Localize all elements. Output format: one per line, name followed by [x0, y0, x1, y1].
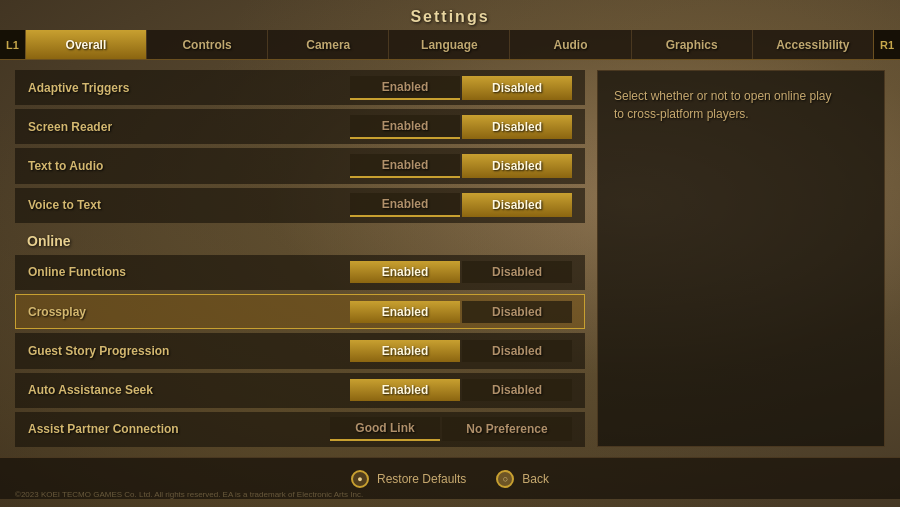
text-to-audio-disabled-btn[interactable]: Disabled: [462, 154, 572, 178]
crossplay-toggle: Enabled Disabled: [350, 301, 572, 323]
crossplay-label: Crossplay: [28, 305, 350, 319]
text-to-audio-label: Text to Audio: [28, 159, 350, 173]
assist-partner-connection-row: Assist Partner Connection Good Link No P…: [15, 412, 585, 447]
adaptive-triggers-enabled-btn[interactable]: Enabled: [350, 76, 460, 100]
left-panel: Adaptive Triggers Enabled Disabled Scree…: [15, 70, 585, 447]
voice-to-text-row: Voice to Text Enabled Disabled: [15, 188, 585, 223]
copyright-text: ©2023 KOEI TECMO GAMES Co. Ltd. All righ…: [15, 490, 363, 499]
crossplay-enabled-btn[interactable]: Enabled: [350, 301, 460, 323]
tab-language[interactable]: Language: [389, 30, 510, 59]
guest-story-progression-row: Guest Story Progression Enabled Disabled: [15, 333, 585, 368]
text-to-audio-enabled-btn[interactable]: Enabled: [350, 154, 460, 178]
adaptive-triggers-toggle: Enabled Disabled: [350, 76, 572, 100]
screen-reader-label: Screen Reader: [28, 120, 350, 134]
auto-assistance-seek-enabled-btn[interactable]: Enabled: [350, 379, 460, 401]
assist-partner-connection-label: Assist Partner Connection: [28, 422, 330, 436]
crossplay-row: Crossplay Enabled Disabled: [15, 294, 585, 329]
tab-controls[interactable]: Controls: [147, 30, 268, 59]
restore-defaults-icon: ●: [351, 470, 369, 488]
voice-to-text-enabled-btn[interactable]: Enabled: [350, 193, 460, 217]
back-action[interactable]: ○ Back: [496, 470, 549, 488]
screen-reader-row: Screen Reader Enabled Disabled: [15, 109, 585, 144]
online-functions-label: Online Functions: [28, 265, 350, 279]
assist-partner-connection-toggle: Good Link No Preference: [330, 417, 572, 441]
tab-bar: L1 Overall Controls Camera Language Audi…: [0, 30, 900, 60]
text-to-audio-toggle: Enabled Disabled: [350, 154, 572, 178]
content-wrapper: Settings L1 Overall Controls Camera Lang…: [0, 0, 900, 507]
assist-partner-connection-good-link-btn[interactable]: Good Link: [330, 417, 440, 441]
tab-graphics[interactable]: Graphics: [632, 30, 753, 59]
back-icon: ○: [496, 470, 514, 488]
voice-to-text-toggle: Enabled Disabled: [350, 193, 572, 217]
main-layout: Adaptive Triggers Enabled Disabled Scree…: [0, 60, 900, 457]
tab-camera[interactable]: Camera: [268, 30, 389, 59]
online-functions-row: Online Functions Enabled Disabled: [15, 255, 585, 290]
tab-audio[interactable]: Audio: [510, 30, 631, 59]
auto-assistance-seek-label: Auto Assistance Seek: [28, 383, 350, 397]
tab-overall[interactable]: Overall: [26, 30, 147, 59]
auto-assistance-seek-toggle: Enabled Disabled: [350, 379, 572, 401]
left-indicator: L1: [0, 30, 26, 59]
page-title: Settings: [0, 0, 900, 30]
tabs-container: Overall Controls Camera Language Audio G…: [26, 30, 873, 59]
assist-partner-connection-no-pref-btn[interactable]: No Preference: [442, 417, 572, 441]
auto-assistance-seek-disabled-btn[interactable]: Disabled: [462, 379, 572, 401]
guest-story-progression-toggle: Enabled Disabled: [350, 340, 572, 362]
text-to-audio-row: Text to Audio Enabled Disabled: [15, 148, 585, 183]
description-text: Select whether or not to open online pla…: [614, 87, 831, 123]
crossplay-disabled-btn[interactable]: Disabled: [462, 301, 572, 323]
adaptive-triggers-row: Adaptive Triggers Enabled Disabled: [15, 70, 585, 105]
adaptive-triggers-label: Adaptive Triggers: [28, 81, 350, 95]
voice-to-text-disabled-btn[interactable]: Disabled: [462, 193, 572, 217]
voice-to-text-label: Voice to Text: [28, 198, 350, 212]
online-section-header: Online: [15, 227, 585, 251]
auto-assistance-seek-row: Auto Assistance Seek Enabled Disabled: [15, 373, 585, 408]
screen-reader-disabled-btn[interactable]: Disabled: [462, 115, 572, 139]
online-functions-disabled-btn[interactable]: Disabled: [462, 261, 572, 283]
restore-defaults-label: Restore Defaults: [377, 472, 466, 486]
screen-reader-enabled-btn[interactable]: Enabled: [350, 115, 460, 139]
tab-accessibility[interactable]: Accessibility: [753, 30, 873, 59]
guest-story-progression-disabled-btn[interactable]: Disabled: [462, 340, 572, 362]
screen-reader-toggle: Enabled Disabled: [350, 115, 572, 139]
guest-story-progression-enabled-btn[interactable]: Enabled: [350, 340, 460, 362]
back-label: Back: [522, 472, 549, 486]
online-functions-enabled-btn[interactable]: Enabled: [350, 261, 460, 283]
right-indicator: R1: [873, 30, 900, 59]
online-functions-toggle: Enabled Disabled: [350, 261, 572, 283]
adaptive-triggers-disabled-btn[interactable]: Disabled: [462, 76, 572, 100]
guest-story-progression-label: Guest Story Progression: [28, 344, 350, 358]
restore-defaults-action[interactable]: ● Restore Defaults: [351, 470, 466, 488]
right-panel: Select whether or not to open online pla…: [597, 70, 885, 447]
